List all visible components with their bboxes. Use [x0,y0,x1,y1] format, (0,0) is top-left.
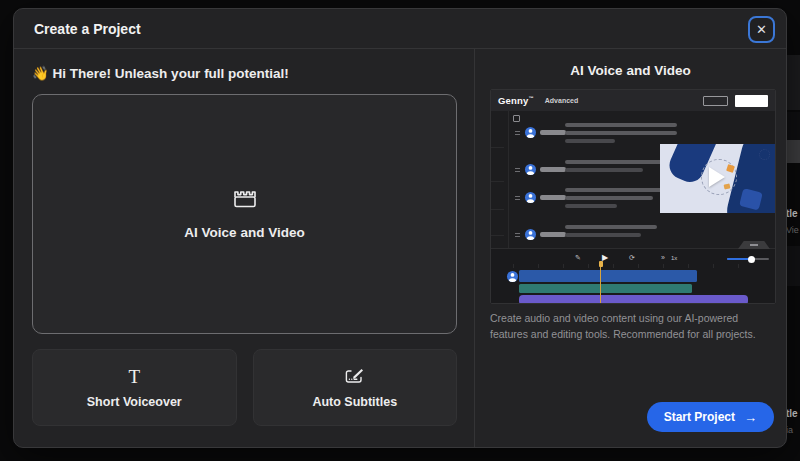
start-project-label: Start Project [664,410,735,424]
drag-handle-icon [515,233,520,237]
background-thumbnail [787,112,800,140]
timeline-ruler [513,264,763,268]
play-button-icon: ▶ [602,254,608,262]
speaker-name-bar [540,232,566,237]
speaker-name-bar [540,167,566,172]
speed-label: 1x [671,255,677,261]
subtitles-edit-icon [345,367,364,387]
preview-primary-button [735,95,768,107]
speaker-avatar [525,127,536,138]
card-label: AI Voice and Video [184,225,304,240]
card-label: Short Voiceover [87,395,182,409]
detail-title: AI Voice and Video [475,63,786,78]
speaker-avatar [525,229,536,240]
track-speaker-avatar [507,271,518,282]
text-icon: T [128,367,140,387]
modal-header: Create a Project ✕ [14,9,786,49]
background-text-fragment: Vie [786,225,800,235]
preview-left-rail [491,111,509,250]
trademark-mark: ™ [529,95,534,101]
speaker-name-bar [540,130,566,135]
audio-track-purple [519,295,748,304]
card-label: Auto Subtitles [312,395,397,409]
start-project-button[interactable]: Start Project → [647,402,774,432]
secondary-cards-row: T Short Voiceover Auto Subtitles [32,349,457,426]
play-icon [709,167,725,187]
close-icon: ✕ [756,22,767,37]
create-project-modal: Create a Project ✕ 👋 Hi There! Unleash y… [13,8,787,448]
project-detail-section: AI Voice and Video Genny™ Advanced [475,49,786,447]
speaker-name-bar [540,195,566,200]
close-button[interactable]: ✕ [748,16,775,43]
audio-track-blue [519,270,697,282]
modal-body: 👋 Hi There! Unleash your full potential!… [14,49,786,447]
background-text-fragment: tle [786,208,800,219]
fast-forward-icon: » [661,254,665,261]
playhead [600,261,601,303]
background-text-fragment: ia [786,425,800,435]
arrow-right-icon: → [744,410,757,425]
genny-logo: Genny™ [498,95,534,106]
drag-handle-icon [515,131,520,135]
video-preview-thumbnail [660,144,776,213]
add-block-icon [513,115,520,122]
background-thumbnail [787,140,800,163]
audio-track-teal [519,284,692,293]
background-thumbnail [787,246,800,286]
timeline-collapse-handle [738,241,770,249]
drag-handle-icon [515,196,520,200]
mode-label: Advanced [545,97,578,104]
zoom-slider [727,258,769,260]
description-text: Create audio and video content using our… [490,311,778,343]
clapperboard-icon [232,189,258,209]
card-ai-voice-and-video[interactable]: AI Voice and Video [32,94,457,334]
card-auto-subtitles[interactable]: Auto Subtitles [253,349,458,426]
genny-editor-preview: Genny™ Advanced [490,89,776,304]
speaker-avatar [525,192,536,203]
preview-outline-button [703,96,728,106]
trim-tool-icon: ✎ [575,254,581,261]
loop-icon: ⟳ [629,254,635,261]
slider-knob [748,256,755,263]
drag-handle-icon [515,168,520,172]
project-type-section: 👋 Hi There! Unleash your full potential!… [14,49,474,447]
greeting-text: 👋 Hi There! Unleash your full potential! [32,65,289,81]
background-text-fragment: tle [786,408,800,419]
timeline-panel: ✎ ▶ ⟳ » 1x [491,248,775,303]
preview-topbar: Genny™ Advanced [491,90,775,111]
speaker-avatar [525,164,536,175]
illustration-globe [759,149,770,160]
card-short-voiceover[interactable]: T Short Voiceover [32,349,237,426]
modal-title: Create a Project [34,9,141,49]
background-thumbnail [787,55,800,110]
